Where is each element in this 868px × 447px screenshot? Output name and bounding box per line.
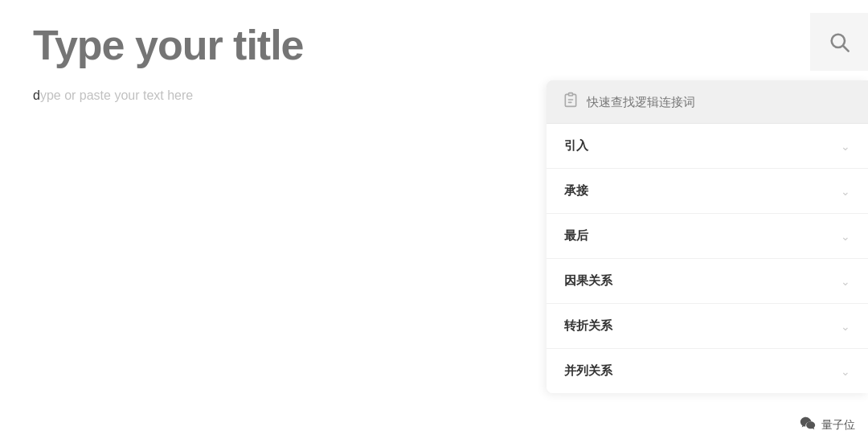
clipboard-icon <box>563 92 579 112</box>
chevron-down-icon-causality: ⌄ <box>841 275 850 288</box>
chevron-down-icon-contrast: ⌄ <box>841 320 850 333</box>
connector-label-intro: 引入 <box>564 138 588 154</box>
connector-search-bar <box>547 80 868 124</box>
chevron-down-icon-finally: ⌄ <box>841 230 850 243</box>
body-text-area[interactable]: dype or paste your text here <box>33 88 531 103</box>
connector-item-intro[interactable]: 引入 ⌄ <box>547 124 868 169</box>
watermark: 量子位 <box>799 414 855 436</box>
connector-label-causality: 因果关系 <box>564 273 612 289</box>
connector-item-transition[interactable]: 承接 ⌄ <box>547 169 868 214</box>
connector-label-parallel: 并列关系 <box>564 363 612 379</box>
connector-label-contrast: 转折关系 <box>564 318 612 334</box>
connector-label-finally: 最后 <box>564 228 588 244</box>
connector-panel: 引入 ⌄ 承接 ⌄ 最后 ⌄ 因果关系 ⌄ 转折关系 ⌄ 并列关系 ⌄ <box>547 80 868 393</box>
body-placeholder: ype or paste your text here <box>40 88 193 102</box>
connector-search-input[interactable] <box>587 95 852 109</box>
connector-label-transition: 承接 <box>564 183 588 199</box>
connector-item-parallel[interactable]: 并列关系 ⌄ <box>547 349 868 393</box>
connector-list: 引入 ⌄ 承接 ⌄ 最后 ⌄ 因果关系 ⌄ 转折关系 ⌄ 并列关系 ⌄ <box>547 124 868 393</box>
chevron-down-icon-transition: ⌄ <box>841 185 850 198</box>
svg-line-1 <box>843 46 848 51</box>
chevron-down-icon-parallel: ⌄ <box>841 365 850 378</box>
search-icon <box>828 31 850 53</box>
search-button[interactable] <box>810 13 868 71</box>
connector-item-causality[interactable]: 因果关系 ⌄ <box>547 259 868 304</box>
title-input[interactable] <box>33 21 515 69</box>
svg-rect-2 <box>569 93 573 96</box>
main-area: dype or paste your text here 引入 ⌄ <box>0 0 868 447</box>
wechat-icon <box>799 414 817 436</box>
watermark-brand: 量子位 <box>821 418 855 433</box>
typed-char: d <box>33 88 40 102</box>
connector-item-finally[interactable]: 最后 ⌄ <box>547 214 868 259</box>
connector-item-contrast[interactable]: 转折关系 ⌄ <box>547 304 868 349</box>
chevron-down-icon-intro: ⌄ <box>841 140 850 153</box>
